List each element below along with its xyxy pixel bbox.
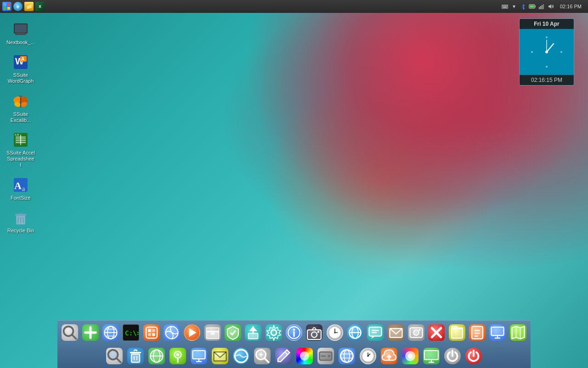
dock-media[interactable] (183, 323, 201, 342)
dock-cmd[interactable]: C:\> (122, 323, 140, 342)
svg-rect-13 (530, 6, 534, 8)
dock-photos2[interactable] (401, 346, 420, 366)
svg-line-58 (72, 334, 76, 339)
svg-point-124 (176, 353, 179, 356)
dock-app-orange[interactable] (142, 323, 160, 342)
dock-settings[interactable] (264, 323, 283, 342)
dock-close-x[interactable] (427, 323, 446, 342)
analog-clock (528, 34, 565, 70)
calendar-clock-widget[interactable]: Fri 10 Apr 02:16:15 PM (519, 18, 574, 86)
ssuite-excalib-label: SSuite Excalib... (6, 111, 35, 123)
dock-globe2[interactable] (163, 323, 181, 342)
dock-add[interactable] (81, 323, 99, 342)
svg-rect-15 (540, 6, 541, 9)
ssuite-wordgraph-icon[interactable]: W A SSuite WordGraph (5, 51, 37, 86)
dock-magnifier[interactable] (61, 323, 79, 342)
volume-tray-icon[interactable] (547, 3, 554, 10)
keyboard-tray-icon[interactable] (501, 3, 509, 10)
svg-rect-3 (7, 7, 10, 10)
svg-point-80 (271, 330, 277, 335)
svg-rect-77 (249, 333, 258, 339)
ssuite-wordgraph-image: W A (11, 53, 30, 71)
nextbook-icon[interactable]: Nextbook_... (5, 18, 37, 47)
dock-backup[interactable] (379, 346, 399, 366)
ssuite-excalib-icon[interactable]: SSuite Excalib... (5, 90, 37, 125)
svg-rect-9 (507, 6, 508, 6)
svg-point-50 (546, 36, 548, 38)
svg-line-47 (18, 217, 18, 223)
svg-point-52 (546, 66, 548, 68)
dock-clock2[interactable] (358, 346, 378, 366)
dock-install[interactable] (244, 323, 262, 342)
svg-rect-75 (206, 328, 219, 332)
excel-taskbar-button[interactable]: X (35, 1, 45, 12)
dock-map[interactable] (509, 323, 527, 342)
svg-rect-104 (472, 326, 483, 339)
calendar-date: Fri 10 Apr (520, 19, 574, 29)
dock-shield[interactable] (224, 323, 242, 342)
ssuite-accel-label: SSuite Accel Spreadsheet (6, 150, 35, 168)
windows-icon (2, 2, 11, 11)
ssuite-wordgraph-label: SSuite WordGraph (6, 72, 35, 84)
dock-shutdown[interactable] (464, 346, 483, 366)
dock-row-1: C:\> (57, 320, 531, 344)
windows-start-button[interactable] (2, 1, 12, 12)
dock-screen[interactable] (422, 346, 441, 366)
dock-power[interactable] (443, 346, 462, 366)
dock-pen[interactable] (274, 346, 293, 366)
svg-rect-67 (146, 327, 157, 338)
dock-mail[interactable] (210, 346, 230, 366)
clock-time-label: 02:16:15 PM (520, 75, 574, 85)
svg-rect-39 (20, 135, 21, 145)
folder-taskbar-button[interactable]: 📁 (24, 1, 34, 12)
svg-line-132 (265, 358, 268, 362)
svg-rect-21 (15, 24, 27, 33)
svg-rect-2 (4, 7, 6, 10)
svg-rect-22 (17, 33, 25, 34)
dock-clock[interactable] (326, 323, 344, 342)
dock-map-local[interactable] (168, 346, 187, 366)
bluetooth-tray-icon[interactable] (520, 3, 527, 10)
dock-im[interactable] (366, 323, 384, 342)
dock-files[interactable] (448, 323, 466, 342)
svg-point-140 (341, 350, 353, 362)
dock-archive[interactable] (203, 323, 221, 342)
taskbar-clock: 02:16 PM (557, 3, 584, 10)
dock-network[interactable] (102, 323, 120, 342)
svg-point-83 (293, 328, 295, 331)
dock-bucket[interactable] (126, 346, 145, 366)
svg-rect-94 (369, 327, 382, 336)
dock-mail-client[interactable] (387, 323, 405, 342)
dock-globe3[interactable] (147, 346, 166, 366)
recycle-bin-icon[interactable]: Recycle Bin (5, 207, 37, 236)
dock-zoom[interactable] (253, 346, 272, 366)
dock-ie[interactable] (346, 323, 364, 342)
battery-tray-icon[interactable] (529, 3, 536, 10)
dock-search2[interactable] (105, 346, 124, 366)
dock-monitor[interactable] (488, 323, 507, 342)
system-tray: ▾ (501, 3, 588, 10)
desktop: e 📁 X (0, 0, 588, 368)
svg-point-150 (408, 354, 413, 359)
dock-info[interactable] (285, 323, 303, 342)
svg-rect-68 (148, 329, 151, 332)
dock-monitor-local[interactable] (189, 346, 209, 366)
ssuite-excalib-image (11, 92, 30, 110)
svg-rect-74 (206, 331, 219, 339)
dock-tasks[interactable] (468, 323, 486, 342)
svg-marker-18 (548, 4, 551, 9)
dock-photo[interactable] (407, 323, 425, 342)
svg-rect-6 (503, 6, 503, 6)
dock-hdd[interactable] (316, 346, 335, 366)
dock-globe4[interactable] (337, 346, 356, 366)
expand-tray-icon[interactable]: ▾ (510, 3, 518, 10)
svg-point-100 (418, 328, 421, 331)
ssuite-accel-icon[interactable]: A B SSuite Accel Spreadsheet (5, 129, 37, 170)
dock-colorful[interactable] (295, 346, 314, 366)
ie-taskbar-button[interactable]: e (13, 1, 23, 12)
dock-camera[interactable] (305, 323, 323, 342)
signal-tray-icon[interactable] (538, 3, 545, 10)
fontsize-icon[interactable]: A a FontSize (5, 174, 37, 203)
dock-ie2[interactable] (232, 346, 251, 366)
svg-text:A: A (21, 57, 24, 62)
